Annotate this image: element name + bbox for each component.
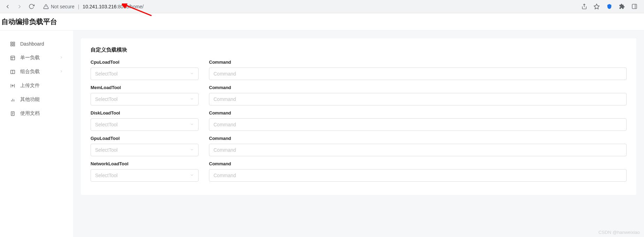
chevron-right-icon [59,69,63,74]
form-row-gpu: GpuLoadTool SelectTool Command [91,136,627,156]
forward-button[interactable] [16,3,23,10]
select-placeholder: SelectTool [95,173,118,178]
watermark: CSDN @hanweixiao [598,230,640,235]
panel-icon[interactable] [631,3,638,10]
sidebar-item-label: 上传文件 [20,82,63,89]
chevron-down-icon [190,96,194,102]
svg-rect-7 [10,42,12,43]
sidebar-item-label: 单一负载 [20,55,54,61]
field-label: DiskLoadTool [91,110,199,116]
field-label: Command [209,85,627,90]
sidebar: Dashboard 单一负载 组合负载 上传文件 [0,31,73,237]
command-field[interactable] [214,71,622,77]
app-title: 自动编排负载平台 [1,17,57,26]
custom-load-card: 自定义负载模块 CpuLoadTool SelectTool Command [81,38,636,195]
browser-toolbar: Not secure | 10.241.103.216:8000/home/ [0,0,644,13]
network-command-input[interactable] [209,169,627,182]
svg-rect-8 [13,42,14,43]
svg-rect-9 [13,44,14,46]
cpu-tool-select[interactable]: SelectTool [91,68,199,80]
chevron-down-icon [190,122,194,127]
bookmark-star-icon[interactable] [593,3,600,10]
document-icon [10,111,15,116]
svg-marker-3 [594,4,599,9]
app-header: 自动编排负载平台 [0,13,644,31]
network-tool-select[interactable]: SelectTool [91,169,199,182]
chart-icon [10,97,15,102]
field-label: Command [209,136,627,141]
security-indicator[interactable]: Not secure [43,4,75,9]
share-icon[interactable] [581,3,588,10]
not-secure-label: Not secure [51,4,75,9]
form-row-disk: DiskLoadTool SelectTool Command [91,110,627,131]
command-field[interactable] [214,122,622,127]
sidebar-item-combo-load[interactable]: 组合负载 [0,65,73,79]
sidebar-item-label: 组合负载 [20,69,54,75]
select-placeholder: SelectTool [95,96,118,102]
sidebar-item-other[interactable]: 其他功能 [0,93,73,106]
select-placeholder: SelectTool [95,147,118,153]
sidebar-item-label: 其他功能 [20,96,63,103]
command-field[interactable] [214,173,622,178]
content-area: 自定义负载模块 CpuLoadTool SelectTool Command [73,31,644,237]
select-placeholder: SelectTool [95,122,118,127]
chevron-down-icon [190,71,194,77]
sidebar-item-upload[interactable]: 上传文件 [0,79,73,93]
sidebar-item-single-load[interactable]: 单一负载 [0,51,73,65]
form-row-mem: MemLoadTool SelectTool Command [91,85,627,105]
svg-rect-10 [10,44,12,46]
form-row-cpu: CpuLoadTool SelectTool Command [91,60,627,80]
svg-rect-4 [632,4,637,9]
command-field[interactable] [214,96,622,102]
chevron-down-icon [190,147,194,153]
sidebar-item-docs[interactable]: 使用文档 [0,106,73,120]
puzzle-icon[interactable] [618,3,625,10]
upload-icon [10,83,15,88]
warning-icon [43,4,49,9]
address-bar[interactable]: Not secure | 10.241.103.216:8000/home/ [40,2,576,11]
disk-tool-select[interactable]: SelectTool [91,118,199,131]
sidebar-item-label: Dashboard [20,41,63,47]
reload-button[interactable] [28,3,35,10]
field-label: CpuLoadTool [91,60,199,65]
sidebar-item-dashboard[interactable]: Dashboard [0,37,73,51]
browser-actions [581,3,640,10]
mem-command-input[interactable] [209,93,627,105]
mem-tool-select[interactable]: SelectTool [91,93,199,105]
layout-icon [10,55,15,61]
disk-command-input[interactable] [209,118,627,131]
chevron-right-icon [59,55,63,61]
chevron-down-icon [190,173,194,178]
field-label: MemLoadTool [91,85,199,90]
card-title: 自定义负载模块 [91,47,627,53]
extension-icon[interactable] [606,3,613,10]
columns-icon [10,69,15,74]
gpu-command-input[interactable] [209,144,627,156]
cpu-command-input[interactable] [209,68,627,80]
field-label: Command [209,60,627,65]
divider: | [78,4,79,9]
grid-icon [10,41,15,47]
back-button[interactable] [4,3,11,10]
gpu-tool-select[interactable]: SelectTool [91,144,199,156]
url-text: 10.241.103.216:8000/home/ [83,4,143,9]
field-label: Command [209,161,627,166]
field-label: NetworkLoadTool [91,161,199,166]
sidebar-item-label: 使用文档 [20,110,63,117]
form-row-network: NetworkLoadTool SelectTool Command [91,161,627,182]
select-placeholder: SelectTool [95,71,118,77]
field-label: GpuLoadTool [91,136,199,141]
command-field[interactable] [214,147,622,153]
field-label: Command [209,110,627,116]
svg-rect-11 [10,56,14,60]
